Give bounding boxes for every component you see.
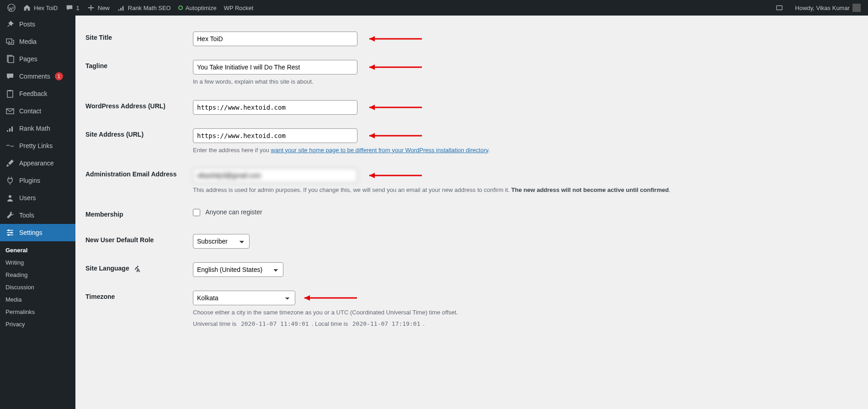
sidebar-item-settings[interactable]: Settings bbox=[0, 224, 75, 241]
page-icon bbox=[5, 54, 15, 64]
notification-icon bbox=[775, 4, 783, 12]
svg-point-11 bbox=[8, 234, 10, 236]
sidebar-item-label: Pages bbox=[19, 55, 37, 63]
submenu-permalinks[interactable]: Permalinks bbox=[0, 306, 75, 318]
wordpress-icon bbox=[7, 4, 16, 12]
site-name-link[interactable]: Hex ToiD bbox=[19, 0, 62, 16]
wp-address-input[interactable] bbox=[193, 100, 357, 115]
admin-sidebar: Posts Media Pages Comments 1 Feedback Co… bbox=[0, 16, 75, 409]
plus-icon bbox=[87, 4, 95, 12]
svg-rect-6 bbox=[9, 90, 11, 91]
timezone-description: Choose either a city in the same timezon… bbox=[193, 308, 677, 317]
greeting-text: Howdy, Vikas Kumar bbox=[795, 5, 850, 11]
language-label: Site Language bbox=[85, 255, 188, 284]
membership-checkbox-label[interactable]: Anyone can register bbox=[193, 208, 262, 216]
comments-count: 1 bbox=[76, 5, 80, 11]
new-label: New bbox=[98, 5, 110, 11]
comments-link[interactable]: 1 bbox=[62, 0, 83, 16]
svg-point-8 bbox=[9, 195, 11, 198]
new-content-link[interactable]: New bbox=[83, 0, 113, 16]
timezone-times: Universal time is 2020-11-07 11:49:01. L… bbox=[193, 319, 677, 329]
sidebar-item-label: Contact bbox=[19, 107, 41, 115]
wrench-icon bbox=[5, 211, 15, 220]
account-link[interactable]: Howdy, Vikas Kumar bbox=[792, 0, 864, 16]
notifications[interactable] bbox=[772, 0, 787, 16]
sidebar-item-label: Users bbox=[19, 194, 36, 202]
sidebar-item-label: Plugins bbox=[19, 177, 40, 184]
membership-label: Membership bbox=[85, 202, 188, 227]
timezone-select[interactable]: Kolkata bbox=[193, 291, 295, 305]
membership-checkbox[interactable] bbox=[193, 209, 200, 216]
clipboard-icon bbox=[5, 89, 15, 98]
tagline-label: Tagline bbox=[85, 53, 188, 93]
sidebar-item-label: Appearance bbox=[19, 159, 54, 167]
submenu-writing[interactable]: Writing bbox=[0, 256, 75, 269]
admin-email-label: Administration Email Address bbox=[85, 161, 188, 202]
site-address-label: Site Address (URL) bbox=[85, 122, 188, 162]
sidebar-item-media[interactable]: Media bbox=[0, 33, 75, 50]
submenu-media[interactable]: Media bbox=[0, 293, 75, 306]
comment-icon bbox=[65, 4, 74, 12]
sidebar-item-label: Feedback bbox=[19, 90, 47, 97]
sidebar-item-label: Media bbox=[19, 38, 37, 45]
default-role-select[interactable]: Subscriber bbox=[193, 234, 250, 249]
sidebar-item-feedback[interactable]: Feedback bbox=[0, 85, 75, 102]
submenu-reading[interactable]: Reading bbox=[0, 269, 75, 281]
sidebar-item-rankmath[interactable]: Rank Math bbox=[0, 120, 75, 137]
sidebar-item-plugins[interactable]: Plugins bbox=[0, 172, 75, 189]
plug-icon bbox=[5, 176, 15, 185]
link-icon bbox=[5, 141, 15, 150]
chart-icon bbox=[117, 4, 125, 12]
sidebar-item-comments[interactable]: Comments 1 bbox=[0, 68, 75, 85]
sidebar-item-pages[interactable]: Pages bbox=[0, 50, 75, 68]
admin-topbar: Hex ToiD 1 New Rank Math SEO Autoptimize… bbox=[0, 0, 868, 16]
site-address-input[interactable] bbox=[193, 128, 357, 143]
svg-rect-1 bbox=[776, 6, 782, 10]
autoptimize-link[interactable]: Autoptimize bbox=[175, 0, 220, 16]
settings-content: Site Title Tagline In a few words, expla… bbox=[75, 16, 868, 409]
site-title-label: Site Title bbox=[85, 25, 188, 53]
tagline-input[interactable] bbox=[193, 60, 357, 74]
site-title-input[interactable] bbox=[193, 32, 357, 46]
sidebar-item-users[interactable]: Users bbox=[0, 189, 75, 207]
arrow-annotation bbox=[360, 63, 424, 72]
sidebar-item-posts[interactable]: Posts bbox=[0, 16, 75, 33]
sidebar-item-prettylinks[interactable]: Pretty Links bbox=[0, 137, 75, 154]
svg-rect-2 bbox=[6, 39, 12, 43]
submenu-discussion[interactable]: Discussion bbox=[0, 281, 75, 293]
svg-point-9 bbox=[8, 229, 10, 231]
rankmath-label: Rank Math SEO bbox=[128, 5, 171, 11]
wp-logo[interactable] bbox=[4, 0, 19, 16]
tagline-description: In a few words, explain what this site i… bbox=[193, 77, 677, 86]
svg-point-10 bbox=[11, 232, 12, 234]
submenu-privacy[interactable]: Privacy bbox=[0, 318, 75, 330]
sidebar-item-appearance[interactable]: Appearance bbox=[0, 154, 75, 172]
sidebar-item-label: Comments bbox=[19, 73, 50, 80]
submenu-general[interactable]: General bbox=[0, 244, 75, 256]
language-select[interactable]: English (United States) bbox=[193, 262, 283, 277]
brush-icon bbox=[5, 159, 15, 168]
wprocket-link[interactable]: WP Rocket bbox=[220, 0, 257, 16]
site-name-text: Hex ToiD bbox=[34, 5, 58, 11]
comment-icon bbox=[5, 72, 15, 81]
arrow-annotation bbox=[360, 34, 424, 43]
arrow-annotation bbox=[360, 171, 424, 180]
sidebar-item-contact[interactable]: Contact bbox=[0, 102, 75, 120]
wprocket-label: WP Rocket bbox=[224, 5, 254, 11]
site-address-help-link[interactable]: want your site home page to be different… bbox=[271, 147, 488, 154]
autoptimize-status-icon bbox=[178, 5, 183, 10]
user-icon bbox=[5, 193, 15, 202]
sidebar-item-label: Posts bbox=[19, 21, 35, 28]
sidebar-item-tools[interactable]: Tools bbox=[0, 207, 75, 224]
svg-rect-4 bbox=[8, 56, 14, 63]
pushpin-icon bbox=[5, 20, 15, 29]
sliders-icon bbox=[5, 228, 15, 237]
sidebar-item-label: Tools bbox=[19, 212, 34, 219]
sidebar-item-label: Pretty Links bbox=[19, 142, 53, 149]
rankmath-link[interactable]: Rank Math SEO bbox=[113, 0, 175, 16]
site-address-description: Enter the address here if you want your … bbox=[193, 146, 677, 155]
autoptimize-label: Autoptimize bbox=[186, 5, 217, 11]
avatar bbox=[852, 4, 861, 12]
admin-email-input[interactable] bbox=[193, 168, 357, 183]
home-icon bbox=[23, 4, 31, 12]
